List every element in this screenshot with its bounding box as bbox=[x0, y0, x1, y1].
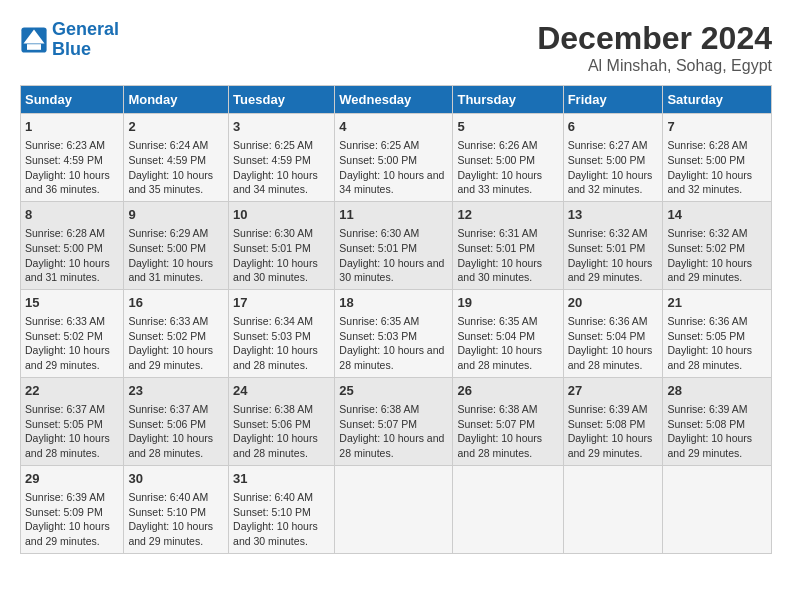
calendar-cell: 9Sunrise: 6:29 AMSunset: 5:00 PMDaylight… bbox=[124, 201, 229, 289]
day-number: 26 bbox=[457, 382, 558, 400]
calendar-cell: 1Sunrise: 6:23 AMSunset: 4:59 PMDaylight… bbox=[21, 114, 124, 202]
calendar-cell: 5Sunrise: 6:26 AMSunset: 5:00 PMDaylight… bbox=[453, 114, 563, 202]
calendar-cell bbox=[335, 465, 453, 553]
day-number: 30 bbox=[128, 470, 224, 488]
col-tuesday: Tuesday bbox=[229, 86, 335, 114]
location-subtitle: Al Minshah, Sohag, Egypt bbox=[537, 57, 772, 75]
calendar-cell: 29Sunrise: 6:39 AMSunset: 5:09 PMDayligh… bbox=[21, 465, 124, 553]
day-number: 6 bbox=[568, 118, 659, 136]
calendar-cell: 15Sunrise: 6:33 AMSunset: 5:02 PMDayligh… bbox=[21, 289, 124, 377]
calendar-cell: 14Sunrise: 6:32 AMSunset: 5:02 PMDayligh… bbox=[663, 201, 772, 289]
calendar-cell: 24Sunrise: 6:38 AMSunset: 5:06 PMDayligh… bbox=[229, 377, 335, 465]
calendar-cell: 10Sunrise: 6:30 AMSunset: 5:01 PMDayligh… bbox=[229, 201, 335, 289]
col-thursday: Thursday bbox=[453, 86, 563, 114]
calendar-cell bbox=[663, 465, 772, 553]
calendar-cell bbox=[453, 465, 563, 553]
day-number: 5 bbox=[457, 118, 558, 136]
day-number: 13 bbox=[568, 206, 659, 224]
day-number: 17 bbox=[233, 294, 330, 312]
calendar-cell: 19Sunrise: 6:35 AMSunset: 5:04 PMDayligh… bbox=[453, 289, 563, 377]
col-saturday: Saturday bbox=[663, 86, 772, 114]
month-title: December 2024 bbox=[537, 20, 772, 57]
day-number: 9 bbox=[128, 206, 224, 224]
calendar-cell: 2Sunrise: 6:24 AMSunset: 4:59 PMDaylight… bbox=[124, 114, 229, 202]
calendar-cell: 27Sunrise: 6:39 AMSunset: 5:08 PMDayligh… bbox=[563, 377, 663, 465]
calendar-row: 1Sunrise: 6:23 AMSunset: 4:59 PMDaylight… bbox=[21, 114, 772, 202]
day-number: 3 bbox=[233, 118, 330, 136]
title-block: December 2024 Al Minshah, Sohag, Egypt bbox=[537, 20, 772, 75]
day-number: 11 bbox=[339, 206, 448, 224]
calendar-cell: 22Sunrise: 6:37 AMSunset: 5:05 PMDayligh… bbox=[21, 377, 124, 465]
day-number: 2 bbox=[128, 118, 224, 136]
day-number: 15 bbox=[25, 294, 119, 312]
day-number: 1 bbox=[25, 118, 119, 136]
calendar-row: 22Sunrise: 6:37 AMSunset: 5:05 PMDayligh… bbox=[21, 377, 772, 465]
calendar-cell: 28Sunrise: 6:39 AMSunset: 5:08 PMDayligh… bbox=[663, 377, 772, 465]
calendar-cell: 12Sunrise: 6:31 AMSunset: 5:01 PMDayligh… bbox=[453, 201, 563, 289]
day-number: 28 bbox=[667, 382, 767, 400]
logo-text: General Blue bbox=[52, 20, 119, 60]
calendar-row: 8Sunrise: 6:28 AMSunset: 5:00 PMDaylight… bbox=[21, 201, 772, 289]
calendar-cell: 26Sunrise: 6:38 AMSunset: 5:07 PMDayligh… bbox=[453, 377, 563, 465]
calendar-cell: 23Sunrise: 6:37 AMSunset: 5:06 PMDayligh… bbox=[124, 377, 229, 465]
calendar-cell: 7Sunrise: 6:28 AMSunset: 5:00 PMDaylight… bbox=[663, 114, 772, 202]
day-number: 19 bbox=[457, 294, 558, 312]
day-number: 7 bbox=[667, 118, 767, 136]
day-number: 12 bbox=[457, 206, 558, 224]
calendar-cell: 25Sunrise: 6:38 AMSunset: 5:07 PMDayligh… bbox=[335, 377, 453, 465]
day-number: 14 bbox=[667, 206, 767, 224]
day-number: 31 bbox=[233, 470, 330, 488]
calendar-cell: 30Sunrise: 6:40 AMSunset: 5:10 PMDayligh… bbox=[124, 465, 229, 553]
header-row: Sunday Monday Tuesday Wednesday Thursday… bbox=[21, 86, 772, 114]
day-number: 21 bbox=[667, 294, 767, 312]
day-number: 24 bbox=[233, 382, 330, 400]
day-number: 10 bbox=[233, 206, 330, 224]
calendar-cell: 8Sunrise: 6:28 AMSunset: 5:00 PMDaylight… bbox=[21, 201, 124, 289]
calendar-cell: 21Sunrise: 6:36 AMSunset: 5:05 PMDayligh… bbox=[663, 289, 772, 377]
day-number: 16 bbox=[128, 294, 224, 312]
calendar-cell: 13Sunrise: 6:32 AMSunset: 5:01 PMDayligh… bbox=[563, 201, 663, 289]
col-friday: Friday bbox=[563, 86, 663, 114]
day-number: 29 bbox=[25, 470, 119, 488]
calendar-row: 29Sunrise: 6:39 AMSunset: 5:09 PMDayligh… bbox=[21, 465, 772, 553]
day-number: 22 bbox=[25, 382, 119, 400]
calendar-cell: 16Sunrise: 6:33 AMSunset: 5:02 PMDayligh… bbox=[124, 289, 229, 377]
calendar-cell: 4Sunrise: 6:25 AMSunset: 5:00 PMDaylight… bbox=[335, 114, 453, 202]
svg-rect-2 bbox=[27, 44, 41, 50]
calendar-cell: 18Sunrise: 6:35 AMSunset: 5:03 PMDayligh… bbox=[335, 289, 453, 377]
day-number: 4 bbox=[339, 118, 448, 136]
day-number: 18 bbox=[339, 294, 448, 312]
logo: General Blue bbox=[20, 20, 119, 60]
calendar-cell: 20Sunrise: 6:36 AMSunset: 5:04 PMDayligh… bbox=[563, 289, 663, 377]
calendar-cell: 31Sunrise: 6:40 AMSunset: 5:10 PMDayligh… bbox=[229, 465, 335, 553]
calendar-cell: 3Sunrise: 6:25 AMSunset: 4:59 PMDaylight… bbox=[229, 114, 335, 202]
col-monday: Monday bbox=[124, 86, 229, 114]
day-number: 27 bbox=[568, 382, 659, 400]
calendar-cell: 17Sunrise: 6:34 AMSunset: 5:03 PMDayligh… bbox=[229, 289, 335, 377]
logo-icon bbox=[20, 26, 48, 54]
day-number: 8 bbox=[25, 206, 119, 224]
day-number: 23 bbox=[128, 382, 224, 400]
col-wednesday: Wednesday bbox=[335, 86, 453, 114]
calendar-row: 15Sunrise: 6:33 AMSunset: 5:02 PMDayligh… bbox=[21, 289, 772, 377]
day-number: 25 bbox=[339, 382, 448, 400]
day-number: 20 bbox=[568, 294, 659, 312]
calendar-table: Sunday Monday Tuesday Wednesday Thursday… bbox=[20, 85, 772, 554]
calendar-cell: 11Sunrise: 6:30 AMSunset: 5:01 PMDayligh… bbox=[335, 201, 453, 289]
calendar-cell: 6Sunrise: 6:27 AMSunset: 5:00 PMDaylight… bbox=[563, 114, 663, 202]
calendar-body: 1Sunrise: 6:23 AMSunset: 4:59 PMDaylight… bbox=[21, 114, 772, 554]
page-header: General Blue December 2024 Al Minshah, S… bbox=[20, 20, 772, 75]
col-sunday: Sunday bbox=[21, 86, 124, 114]
calendar-cell bbox=[563, 465, 663, 553]
